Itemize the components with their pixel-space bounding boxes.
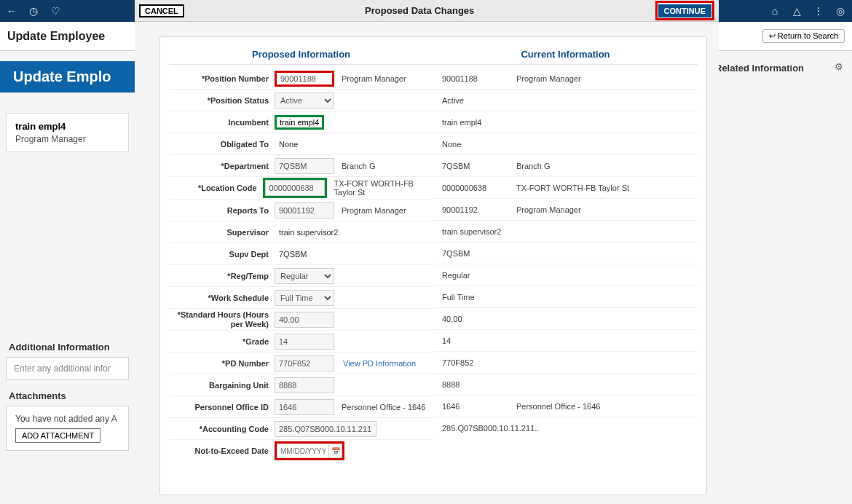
department-desc: Branch G	[334, 162, 375, 170]
position-status-select[interactable]: Active	[275, 92, 334, 109]
additional-info-label: Additional Information	[9, 342, 135, 353]
back-icon[interactable]: ←	[6, 5, 17, 17]
label-accounting-code: *Accounting Code	[169, 425, 275, 433]
cur-department-desc: Branch G	[516, 162, 550, 170]
cur-pd-number: 770F852	[442, 358, 516, 367]
label-obligated-to: Obligated To	[169, 140, 275, 149]
nte-date-input[interactable]	[277, 444, 329, 458]
current-header: Current Information	[433, 44, 698, 65]
page-title: Update Employee	[7, 30, 105, 43]
attachments-text: You have not added any A	[15, 414, 119, 424]
supervisor-value: train supervisor2	[275, 228, 338, 237]
std-hours-input[interactable]	[275, 312, 334, 328]
label-incumbent: Incumbent	[169, 118, 275, 127]
calendar-icon[interactable]: 📅	[329, 444, 342, 458]
return-to-search-button[interactable]: ↩ Return to Search	[762, 29, 845, 43]
label-supv-dept: Supv Dept	[169, 250, 275, 259]
personnel-office-input[interactable]	[275, 399, 334, 415]
label-std-hours: *Standard Hours (Hours per Week)	[169, 310, 275, 328]
current-column: Current Information 90001188Program Mana…	[433, 44, 698, 462]
reports-to-desc: Program Manager	[334, 206, 406, 215]
label-supervisor: Supervisor	[169, 228, 275, 237]
cur-department: 7QSBM	[442, 162, 516, 170]
location-code-input[interactable]	[265, 180, 325, 196]
cur-grade: 14	[442, 336, 516, 345]
cur-work-schedule: Full Time	[442, 293, 516, 302]
obligated-to-value: None	[275, 140, 298, 149]
modal-title: Proposed Data Changes	[365, 5, 474, 16]
label-reports-to: Reports To	[169, 206, 275, 215]
gear-icon[interactable]: ⚙	[835, 61, 843, 72]
incumbent-value: train empl4	[275, 115, 324, 130]
label-department: *Department	[169, 162, 275, 170]
grade-input[interactable]	[275, 334, 334, 350]
cur-obligated-to: None	[442, 140, 516, 149]
reg-temp-select[interactable]: Regular	[275, 268, 334, 284]
additional-info-input[interactable]: Enter any additional infor	[6, 357, 129, 380]
cur-supervisor: train supervisor2	[442, 227, 516, 236]
notifications-icon[interactable]: △	[791, 5, 802, 17]
cur-accounting-code: 285.Q07SB000.10.11.211..	[442, 424, 539, 433]
cur-personnel-office: 1646	[442, 402, 516, 411]
related-information-link[interactable]: Related Information	[715, 63, 804, 74]
label-work-schedule: *Work Schedule	[169, 294, 275, 302]
label-bargaining-unit: Bargaining Unit	[169, 381, 275, 390]
department-input[interactable]	[275, 158, 334, 174]
bargaining-unit-input[interactable]	[275, 377, 334, 393]
compass-icon[interactable]: ◎	[835, 5, 846, 17]
add-attachment-button[interactable]: ADD ATTACHMENT	[15, 428, 100, 443]
location-code-desc: TX-FORT WORTH-FB Taylor St	[327, 179, 433, 197]
supv-dept-value: 7QSBM	[275, 250, 307, 259]
dialog: Proposed Information *Position Number Pr…	[135, 22, 719, 503]
cur-position-number: 90001188	[442, 74, 516, 83]
cur-location-code: 0000000638	[442, 184, 516, 192]
cur-std-hours: 40.00	[442, 315, 516, 323]
attachments-label: Attachments	[9, 390, 135, 401]
cur-reg-temp: Regular	[442, 271, 516, 280]
accounting-code-input[interactable]	[275, 421, 376, 437]
nte-date-highlight: 📅	[275, 441, 344, 460]
cur-position-number-desc: Program Manager	[516, 74, 581, 83]
label-grade: *Grade	[169, 337, 275, 346]
label-position-number: *Position Number	[169, 74, 275, 83]
continue-highlight: CONTINUE	[655, 1, 714, 20]
cancel-button[interactable]: CANCEL	[139, 4, 184, 17]
favorite-icon[interactable]: ♡	[50, 5, 61, 17]
cur-reports-to-desc: Program Manager	[516, 205, 581, 214]
menu-icon[interactable]: ⋮	[813, 5, 824, 17]
cur-bargaining-unit: 8888	[442, 380, 516, 389]
cur-supv-dept: 7QSBM	[442, 249, 516, 258]
pd-number-input[interactable]	[275, 355, 334, 371]
cur-personnel-office-desc: Personnel Office - 1646	[516, 402, 600, 411]
cur-location-code-desc: TX-FORT WORTH-FB Taylor St	[516, 184, 629, 192]
modal-bar: CANCEL Proposed Data Changes CONTINUE	[135, 0, 719, 22]
work-schedule-select[interactable]: Full Time	[275, 290, 334, 306]
cur-position-status: Active	[442, 96, 516, 105]
reports-to-input[interactable]	[275, 202, 334, 218]
proposed-column: Proposed Information *Position Number Pr…	[169, 44, 433, 462]
bg-empl-name: train empl4	[15, 121, 119, 132]
label-location-code: *Location Code	[169, 184, 263, 192]
personnel-office-desc: Personnel Office - 1646	[334, 403, 425, 412]
history-icon[interactable]: ◷	[28, 5, 39, 17]
cur-incumbent: train empl4	[442, 118, 516, 127]
view-pd-link[interactable]: View PD Information	[334, 359, 416, 368]
label-reg-temp: *Reg/Temp	[169, 272, 275, 280]
bg-empl-role: Program Manager	[15, 134, 119, 144]
label-pd-number: *PD Number	[169, 359, 275, 368]
continue-button[interactable]: CONTINUE	[658, 4, 711, 17]
bg-title: Update Emplo	[0, 61, 135, 92]
label-position-status: *Position Status	[169, 96, 275, 105]
home-icon[interactable]: ⌂	[769, 5, 781, 17]
label-nte-date: Not-to-Exceed Date	[169, 446, 275, 455]
position-number-desc: Program Manager	[334, 74, 406, 83]
cur-reports-to: 90001192	[442, 205, 516, 214]
position-number-input[interactable]	[275, 71, 334, 87]
label-personnel-office: Personnel Office ID	[169, 403, 275, 412]
proposed-header: Proposed Information	[169, 44, 433, 65]
